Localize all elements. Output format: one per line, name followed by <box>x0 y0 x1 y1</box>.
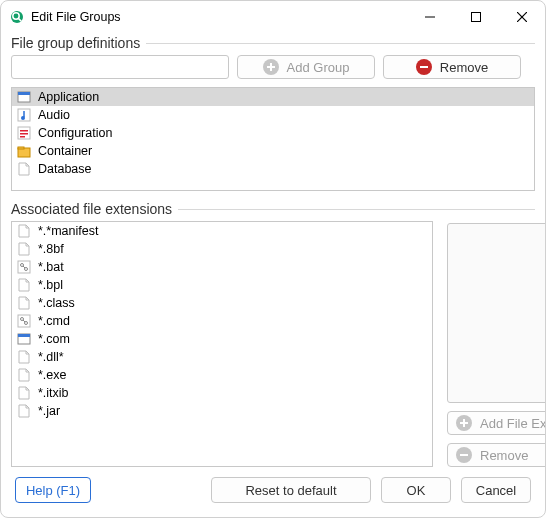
minus-icon <box>416 59 432 75</box>
extension-item[interactable]: *.class <box>12 294 432 312</box>
file-icon <box>16 367 32 383</box>
plus-icon <box>456 415 472 431</box>
svg-rect-19 <box>18 147 24 149</box>
dialog-window: Edit File Groups File group definitions … <box>0 0 546 518</box>
svg-rect-29 <box>18 334 30 337</box>
file-icon <box>16 223 32 239</box>
extension-item-label: *.itxib <box>38 386 69 400</box>
group-item[interactable]: Configuration <box>12 124 534 142</box>
ok-button[interactable]: OK <box>381 477 451 503</box>
group-item-label: Application <box>38 90 99 104</box>
extensions-section-text: Associated file extensions <box>11 201 172 217</box>
group-item[interactable]: Container <box>12 142 534 160</box>
extension-item-label: *.dll* <box>38 350 64 364</box>
group-item[interactable]: Database <box>12 160 534 178</box>
group-item[interactable]: Audio <box>12 106 534 124</box>
container-icon <box>16 143 32 159</box>
extension-item-label: *.bpl <box>38 278 63 292</box>
groups-section-label: File group definitions <box>11 35 535 51</box>
app-window-icon <box>16 331 32 347</box>
remove-extension-button[interactable]: Remove <box>447 443 545 467</box>
extension-item[interactable]: *.bat <box>12 258 432 276</box>
group-item-label: Configuration <box>38 126 112 140</box>
add-extension-label: Add File Extension <box>480 416 545 431</box>
app-window-icon <box>16 89 32 105</box>
group-name-input[interactable] <box>11 55 229 79</box>
close-button[interactable] <box>499 2 545 32</box>
titlebar: Edit File Groups <box>1 1 545 33</box>
extensions-listbox[interactable]: *.*manifest*.8bf*.bat*.bpl*.class*.cmd*.… <box>11 221 433 467</box>
svg-rect-4 <box>472 13 481 22</box>
extension-item[interactable]: *.com <box>12 330 432 348</box>
extension-item-label: *.class <box>38 296 75 310</box>
file-icon <box>16 349 32 365</box>
remove-group-label: Remove <box>440 60 488 75</box>
extension-item[interactable]: *.*manifest <box>12 222 432 240</box>
cmd-icon <box>16 313 32 329</box>
add-extension-button[interactable]: Add File Extension <box>447 411 545 435</box>
groups-listbox[interactable]: ApplicationAudioConfigurationContainerDa… <box>11 87 535 191</box>
file-icon <box>16 161 32 177</box>
file-icon <box>16 277 32 293</box>
svg-rect-15 <box>20 130 28 132</box>
extension-item[interactable]: *.bpl <box>12 276 432 294</box>
extension-item[interactable]: *.itxib <box>12 384 432 402</box>
remove-group-button[interactable]: Remove <box>383 55 521 79</box>
config-icon <box>16 125 32 141</box>
extension-item[interactable]: *.exe <box>12 366 432 384</box>
footer: Help (F1) Reset to default OK Cancel <box>11 467 535 507</box>
group-item-label: Container <box>38 144 92 158</box>
cancel-button[interactable]: Cancel <box>461 477 531 503</box>
groups-section-text: File group definitions <box>11 35 140 51</box>
app-icon <box>9 9 25 25</box>
cmd-icon <box>16 259 32 275</box>
extension-item[interactable]: *.jar <box>12 402 432 420</box>
extension-item-label: *.exe <box>38 368 67 382</box>
audio-icon <box>16 107 32 123</box>
reset-default-button[interactable]: Reset to default <box>211 477 371 503</box>
extension-item-label: *.bat <box>38 260 64 274</box>
window-title: Edit File Groups <box>31 10 121 24</box>
svg-rect-17 <box>20 136 25 138</box>
minus-icon <box>456 447 472 463</box>
svg-rect-16 <box>20 133 28 135</box>
extension-item-label: *.8bf <box>38 242 64 256</box>
group-item[interactable]: Application <box>12 88 534 106</box>
extension-item-label: *.jar <box>38 404 60 418</box>
plus-icon <box>263 59 279 75</box>
group-item-label: Database <box>38 162 92 176</box>
maximize-button[interactable] <box>453 2 499 32</box>
group-item-label: Audio <box>38 108 70 122</box>
minimize-button[interactable] <box>407 2 453 32</box>
file-icon <box>16 385 32 401</box>
add-group-label: Add Group <box>287 60 350 75</box>
extension-item[interactable]: *.cmd <box>12 312 432 330</box>
extension-item-label: *.cmd <box>38 314 70 328</box>
svg-line-5 <box>517 12 527 22</box>
file-icon <box>16 403 32 419</box>
svg-rect-11 <box>18 92 30 95</box>
file-icon <box>16 241 32 257</box>
svg-point-13 <box>21 116 25 120</box>
extension-item[interactable]: *.8bf <box>12 240 432 258</box>
extensions-section-label: Associated file extensions <box>11 201 535 217</box>
file-icon <box>16 295 32 311</box>
add-group-button[interactable]: Add Group <box>237 55 375 79</box>
extension-item[interactable]: *.dll* <box>12 348 432 366</box>
content-area: File group definitions Add Group Remove … <box>1 33 545 517</box>
svg-line-6 <box>517 12 527 22</box>
remove-extension-label: Remove <box>480 448 528 463</box>
extension-item-label: *.*manifest <box>38 224 98 238</box>
extension-input[interactable] <box>447 223 545 403</box>
help-button[interactable]: Help (F1) <box>15 477 91 503</box>
extension-item-label: *.com <box>38 332 70 346</box>
